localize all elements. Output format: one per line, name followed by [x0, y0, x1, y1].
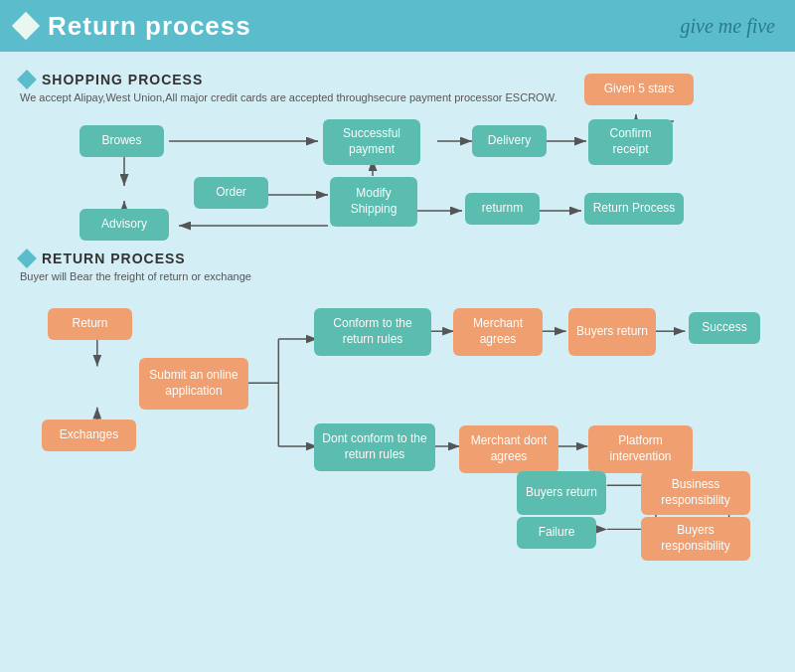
- success-box: Success: [689, 312, 760, 344]
- returnm-box: returnm: [465, 193, 540, 225]
- browes-box: Browes: [80, 125, 164, 157]
- shopping-flow-diagram: Browes Order Advisory Modify Shipping Su…: [20, 111, 775, 251]
- return-flow-diagram: Return Exchanges Submit an online applic…: [20, 290, 775, 549]
- dont-conform-box: Dont conform to the return rules: [314, 423, 435, 471]
- return-subtitle: Buyer will Bear the freight of return or…: [20, 270, 775, 282]
- submit-online-box: Submit an online application: [139, 358, 248, 410]
- advisory-box: Advisory: [80, 209, 169, 241]
- modify-shipping-box: Modify Shipping: [330, 177, 417, 227]
- header-diamond-icon: [12, 12, 40, 40]
- exchanges-box: Exchanges: [42, 420, 136, 451]
- shopping-diamond-icon: [17, 70, 37, 89]
- delivery-box: Delivery: [472, 125, 547, 157]
- buyers-return1-box: Buyers return: [568, 308, 656, 356]
- shopping-title: SHOPPING PROCESS: [42, 72, 203, 87]
- failure-box: Failure: [517, 517, 596, 549]
- merchant-dont-box: Merchant dont agrees: [459, 425, 558, 473]
- conform-rules-box: Conform to the return rules: [314, 308, 431, 356]
- given-5-stars-box: Given 5 stars: [584, 74, 694, 105]
- page-title: Return process: [48, 11, 251, 42]
- return-diamond-icon: [17, 249, 37, 268]
- buyers-return2-box: Buyers return: [517, 471, 606, 515]
- order-box: Order: [194, 177, 268, 209]
- brand-logo: give me five: [681, 15, 776, 38]
- return-title: RETURN PROCESS: [42, 251, 186, 266]
- main-content: SHOPPING PROCESS We accept Alipay,West U…: [0, 52, 795, 561]
- platform-intervention-box: Platform intervention: [588, 425, 693, 473]
- return-box: Return: [48, 308, 132, 340]
- buyers-responsibility-box: Buyers responsibility: [641, 517, 750, 561]
- successful-payment-box: Successful payment: [323, 119, 420, 165]
- merchant-agrees-box: Merchant agrees: [453, 308, 543, 356]
- return-process-box: Return Process: [584, 193, 684, 225]
- confirm-receipt-box: Confirm receipt: [588, 119, 673, 165]
- return-section-header: RETURN PROCESS: [20, 251, 775, 266]
- header: Return process give me five: [0, 0, 795, 52]
- business-responsibility-box: Business responsibility: [641, 471, 750, 515]
